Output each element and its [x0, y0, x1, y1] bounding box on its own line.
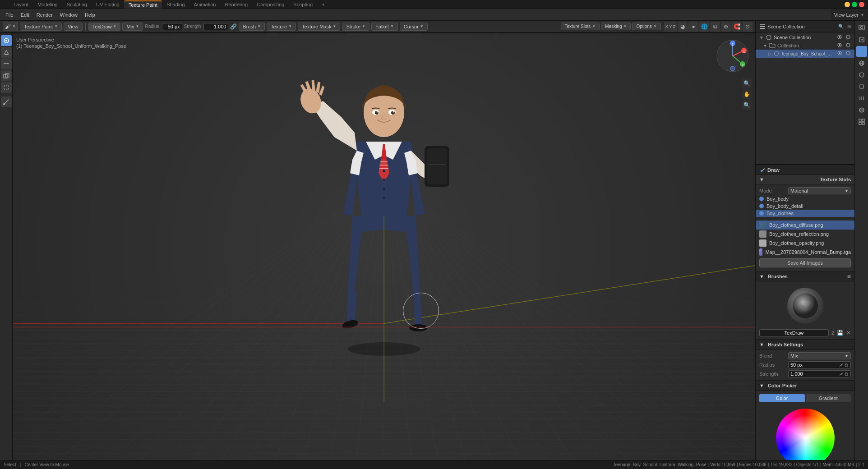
texture-paint-mode-btn[interactable]: Texture Paint ▼	[20, 23, 62, 31]
tab-modeling[interactable]: Modeling	[33, 1, 62, 8]
img-opacity[interactable]: Boy_clothes_opacity.png	[756, 239, 854, 248]
color-tab-gradient[interactable]: Gradient	[806, 394, 851, 402]
strength-lock[interactable]: 🔗	[230, 23, 237, 30]
tab-compositing[interactable]: Compositing	[252, 1, 289, 8]
cursor-btn[interactable]: Cursor ▼	[400, 23, 428, 31]
snap-btn[interactable]: 🧲	[732, 22, 742, 32]
outliner-filter[interactable]: ⊞	[847, 24, 851, 29]
texture-slots-header[interactable]: ▼ Texture Slots	[756, 175, 854, 184]
options-btn[interactable]: Options ▼	[632, 23, 660, 30]
radius-pen-icon[interactable]	[839, 363, 843, 367]
img-reflection[interactable]: Boy_clothes_reflection.png	[756, 230, 854, 239]
zoom-controls[interactable]: 🔍 ✋ 🔍	[742, 78, 752, 110]
tab-animation[interactable]: Animation	[189, 1, 221, 8]
menu-file[interactable]: File	[2, 11, 17, 18]
menu-help[interactable]: Help	[81, 11, 99, 18]
object-prop-icon[interactable]	[856, 81, 867, 92]
xyz-toggle[interactable]: X Y Z	[664, 22, 677, 32]
collection-visibility[interactable]	[837, 42, 842, 49]
texture-prop-icon[interactable]	[856, 116, 867, 127]
menu-window[interactable]: Window	[56, 11, 81, 18]
mode-select[interactable]: Material ▼	[788, 187, 851, 194]
radius-input[interactable]: 50 px	[788, 361, 851, 368]
shading-rendered[interactable]: 🌐	[699, 22, 709, 32]
brush-settings-header[interactable]: ▼ Brush Settings	[756, 340, 854, 349]
proportional-btn[interactable]: ⊙	[743, 22, 753, 32]
strength-lock-icon[interactable]	[844, 372, 849, 376]
collection-item[interactable]: ▼ Collection	[756, 41, 854, 50]
texture-slots-btn[interactable]: Texture Slots ▼	[561, 23, 600, 30]
img-normal[interactable]: Map__2070298004_Normal_Bump.tga	[756, 248, 854, 257]
color-tab-color[interactable]: Color	[759, 394, 805, 402]
falloff-btn[interactable]: Falloff ▼	[371, 23, 398, 31]
outliner-render[interactable]	[845, 34, 851, 41]
radius-field[interactable]: 50 px	[162, 23, 182, 30]
obj-render[interactable]	[845, 51, 851, 57]
tool-annotate[interactable]	[1, 97, 12, 107]
viewport-3d[interactable]: User Perspective (1) Teenage_Boy_School_…	[13, 33, 755, 460]
outliner-search[interactable]: 🔍	[838, 24, 844, 29]
editor-type-btn[interactable]: 🖌▼	[3, 22, 18, 31]
gizmo-btn[interactable]: ⊕	[721, 22, 731, 32]
tool-clone[interactable]	[1, 70, 12, 81]
tab-rendering[interactable]: Rendering	[220, 1, 252, 8]
color-picker-header[interactable]: ▼ Color Picker	[756, 381, 854, 391]
zoom-in-btn[interactable]: 🔍	[742, 78, 752, 88]
stroke-btn[interactable]: Stroke ▼	[342, 23, 369, 31]
obj-visibility[interactable]	[837, 51, 842, 57]
texture-btn[interactable]: Texture ▼	[267, 23, 296, 31]
brush-save-btn[interactable]: 💾	[837, 330, 844, 336]
strength-pen-icon[interactable]	[839, 372, 843, 376]
brushes-expand[interactable]: ⊞	[847, 274, 851, 279]
save-all-images-btn[interactable]: Save All Images	[759, 258, 851, 267]
brush-preview[interactable]	[787, 288, 823, 324]
material-prop-icon[interactable]	[856, 105, 867, 115]
pan-btn[interactable]: ✋	[742, 89, 752, 99]
nav-gizmo[interactable]: Z X Y	[715, 38, 751, 74]
tool-fill[interactable]	[1, 47, 12, 58]
brushes-header[interactable]: ▼ Brushes ⊞	[756, 271, 854, 281]
brush-name-input[interactable]: TexDraw	[759, 329, 829, 336]
tool-draw[interactable]	[1, 35, 12, 46]
view-layer-prop-icon[interactable]	[856, 46, 867, 57]
tab-texture-paint[interactable]: Texture Paint	[124, 0, 162, 9]
brush-btn[interactable]: Brush ▼	[239, 23, 265, 31]
tab-layout[interactable]: Layout	[9, 1, 33, 8]
img-diffuse[interactable]: Boy_clothes_diffuse.png	[756, 221, 854, 230]
texture-mask-btn[interactable]: Texture Mask ▼	[298, 23, 340, 31]
color-wheel-cursor[interactable]	[806, 439, 810, 443]
blend-select[interactable]: Mix ▼	[788, 352, 851, 359]
tab-shading[interactable]: Shading	[162, 1, 189, 8]
close-button[interactable]	[859, 2, 864, 7]
strength-input[interactable]: 1.000	[788, 370, 851, 377]
mat-slot-body[interactable]: Boy_body	[756, 195, 854, 202]
collection-render[interactable]	[845, 42, 851, 49]
blend-btn[interactable]: Mix ▼	[122, 23, 143, 31]
brush-delete-btn[interactable]: ✕	[846, 330, 851, 336]
object-item[interactable]: ▷ Teenage_Boy_School_Uniform_Walking_Pos…	[756, 50, 854, 58]
draw-section-header[interactable]: Draw	[756, 165, 854, 175]
minimize-button[interactable]	[845, 2, 850, 7]
color-picker-wheel-container[interactable]	[756, 405, 854, 460]
masking-btn[interactable]: Masking ▼	[601, 23, 631, 30]
tool-smear[interactable]	[1, 59, 12, 69]
view-btn[interactable]: View	[64, 23, 83, 31]
tab-scripting[interactable]: Scripting	[289, 1, 317, 8]
texdraw-btn[interactable]: TexDraw ▼	[88, 23, 121, 31]
strength-field[interactable]: 1.000	[203, 23, 228, 30]
tab-uv-editing[interactable]: UV Editing	[92, 1, 124, 8]
tab-add[interactable]: +	[317, 1, 329, 8]
render-prop-icon[interactable]	[856, 23, 867, 33]
menu-render[interactable]: Render	[33, 11, 56, 18]
radius-lock-icon[interactable]	[844, 363, 849, 367]
shading-material[interactable]: ●	[688, 22, 698, 32]
maximize-button[interactable]	[852, 2, 857, 7]
modifier-prop-icon[interactable]	[856, 93, 867, 104]
menu-edit[interactable]: Edit	[17, 11, 33, 18]
tab-sculpting[interactable]: Sculpting	[62, 1, 92, 8]
output-prop-icon[interactable]	[856, 34, 867, 45]
overlay-btn[interactable]: ⧉	[710, 22, 720, 32]
scene-collection-item[interactable]: ▼ Scene Collection	[756, 33, 854, 41]
mat-slot-clothes[interactable]: Boy_clothes	[756, 210, 854, 217]
color-wheel[interactable]	[776, 409, 835, 460]
